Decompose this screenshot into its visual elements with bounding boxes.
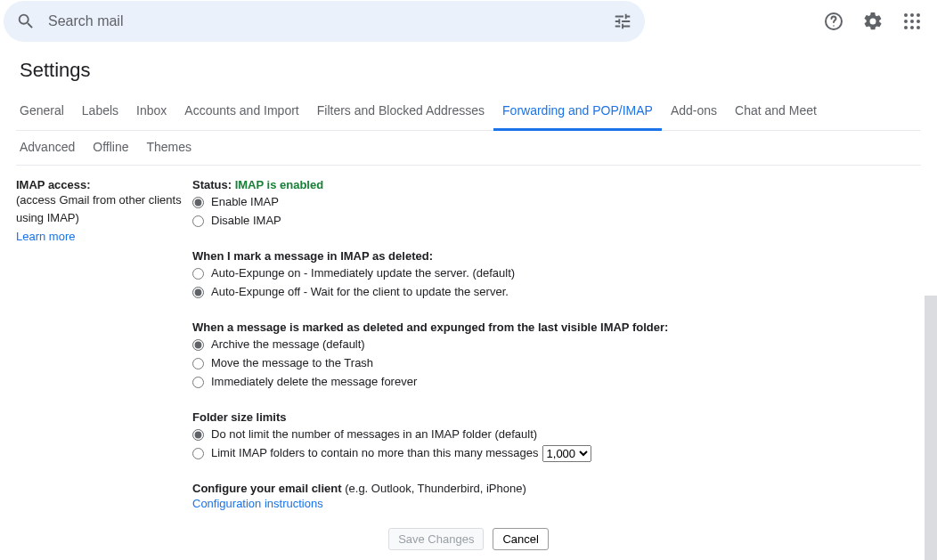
auto-expunge-on-radio[interactable]	[192, 268, 204, 280]
archive-option[interactable]: Archive the message (default)	[192, 336, 921, 353]
tab-forwarding-pop-imap[interactable]: Forwarding and POP/IMAP	[493, 94, 662, 131]
save-changes-button[interactable]: Save Changes	[388, 528, 484, 550]
settings-content: Settings General Labels Inbox Accounts a…	[0, 43, 937, 559]
learn-more-link[interactable]: Learn more	[16, 230, 75, 243]
apps-button[interactable]	[894, 4, 930, 39]
delete-forever-option[interactable]: Immediately delete the message forever	[192, 373, 921, 391]
scrollbar-thumb[interactable]	[925, 296, 937, 560]
limit-option[interactable]: Limit IMAP folders to contain no more th…	[192, 444, 921, 462]
imap-access-title: IMAP access:	[16, 178, 185, 191]
settings-tabs: General Labels Inbox Accounts and Import…	[16, 94, 921, 131]
svg-point-9	[910, 26, 914, 29]
tab-filters-blocked[interactable]: Filters and Blocked Addresses	[308, 94, 493, 130]
configuration-instructions-link[interactable]: Configuration instructions	[192, 497, 323, 510]
apps-icon	[901, 11, 923, 32]
tab-addons[interactable]: Add-ons	[662, 94, 726, 130]
auto-expunge-off-label: Auto-Expunge off - Wait for the client t…	[211, 283, 509, 301]
svg-point-5	[904, 20, 908, 23]
limit-label: Limit IMAP folders to contain no more th…	[211, 444, 539, 462]
trash-radio[interactable]	[192, 358, 204, 369]
svg-point-6	[910, 20, 914, 23]
imap-access-label-col: IMAP access: (access Gmail from other cl…	[16, 178, 192, 510]
imap-access-subtitle: (access Gmail from other clients using I…	[16, 191, 185, 226]
trash-option[interactable]: Move the message to the Trash	[192, 354, 921, 372]
search-input[interactable]	[48, 13, 613, 29]
tab-advanced[interactable]: Advanced	[16, 131, 84, 165]
svg-point-10	[917, 26, 920, 29]
limit-select[interactable]: 1,000	[542, 445, 591, 462]
auto-expunge-off-radio[interactable]	[192, 287, 204, 298]
tune-icon[interactable]	[613, 12, 632, 31]
tab-themes[interactable]: Themes	[138, 131, 201, 165]
page-title: Settings	[20, 59, 921, 82]
svg-point-3	[910, 13, 914, 17]
help-icon	[823, 11, 844, 32]
limit-radio[interactable]	[192, 448, 204, 459]
tab-general[interactable]: General	[16, 94, 73, 130]
no-limit-option[interactable]: Do not limit the number of messages in a…	[192, 426, 921, 443]
status-value: IMAP is enabled	[235, 178, 323, 191]
archive-label: Archive the message (default)	[211, 336, 365, 353]
search-icon	[16, 12, 36, 31]
disable-imap-option[interactable]: Disable IMAP	[192, 212, 921, 230]
no-limit-label: Do not limit the number of messages in a…	[211, 426, 537, 443]
svg-point-4	[917, 13, 920, 17]
scrollbar[interactable]	[925, 296, 937, 560]
svg-point-1	[833, 25, 835, 27]
tab-offline[interactable]: Offline	[84, 131, 137, 165]
enable-imap-label: Enable IMAP	[211, 193, 279, 211]
help-button[interactable]	[816, 4, 851, 39]
status-label: Status:	[192, 178, 235, 191]
trash-label: Move the message to the Trash	[211, 354, 373, 372]
no-limit-radio[interactable]	[192, 429, 204, 441]
imap-status-line: Status: IMAP is enabled	[192, 178, 921, 191]
tab-accounts-import[interactable]: Accounts and Import	[175, 94, 307, 130]
svg-point-8	[904, 26, 908, 29]
svg-point-7	[917, 20, 920, 23]
auto-expunge-off-option[interactable]: Auto-Expunge off - Wait for the client t…	[192, 283, 921, 301]
delete-forever-label: Immediately delete the message forever	[211, 373, 417, 391]
disable-imap-radio[interactable]	[192, 215, 204, 227]
top-bar	[0, 0, 937, 43]
configure-client-line: Configure your email client (e.g. Outloo…	[192, 482, 921, 495]
deleted-group-head: When I mark a message in IMAP as deleted…	[192, 249, 921, 263]
expunged-group-head: When a message is marked as deleted and …	[192, 321, 921, 334]
tab-inbox[interactable]: Inbox	[127, 94, 175, 130]
tab-chat-meet[interactable]: Chat and Meet	[726, 94, 826, 130]
cancel-button[interactable]: Cancel	[493, 528, 548, 550]
settings-body: IMAP access: (access Gmail from other cl…	[16, 166, 921, 510]
svg-point-2	[904, 13, 908, 17]
gear-icon	[862, 11, 884, 32]
folder-limits-head: Folder size limits	[192, 410, 921, 424]
imap-settings-col: Status: IMAP is enabled Enable IMAP Disa…	[192, 178, 921, 510]
settings-tabs-row2: Advanced Offline Themes	[16, 131, 921, 166]
configure-client-bold: Configure your email client	[192, 482, 342, 495]
configure-client-rest: (e.g. Outlook, Thunderbird, iPhone)	[342, 482, 526, 495]
disable-imap-label: Disable IMAP	[211, 212, 281, 230]
search-bar[interactable]	[4, 1, 645, 42]
auto-expunge-on-label: Auto-Expunge on - Immediately update the…	[211, 264, 515, 282]
auto-expunge-on-option[interactable]: Auto-Expunge on - Immediately update the…	[192, 264, 921, 282]
settings-button[interactable]	[855, 4, 891, 39]
delete-forever-radio[interactable]	[192, 377, 204, 388]
enable-imap-radio[interactable]	[192, 197, 204, 208]
enable-imap-option[interactable]: Enable IMAP	[192, 193, 921, 211]
archive-radio[interactable]	[192, 339, 204, 351]
tab-labels[interactable]: Labels	[73, 94, 127, 130]
button-row: Save Changes Cancel	[16, 528, 921, 559]
